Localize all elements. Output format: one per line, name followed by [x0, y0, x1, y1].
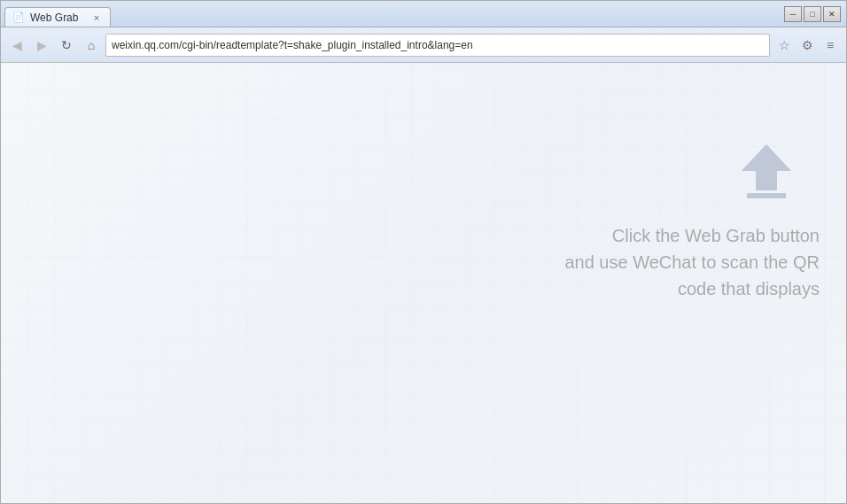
page-content: Click the Web Grab button and use WeChat… — [1, 63, 846, 503]
reload-button[interactable]: ↻ — [56, 35, 77, 56]
navigation-bar: ◀ ▶ ↻ ⌂ ☆ ⚙ ≡ — [1, 27, 846, 63]
address-bar[interactable] — [105, 34, 770, 57]
instruction-text: Click the Web Grab button and use WeChat… — [564, 222, 820, 302]
upload-arrow-icon — [740, 143, 793, 200]
back-button[interactable]: ◀ — [6, 35, 27, 56]
url-input[interactable] — [112, 39, 764, 51]
title-bar: 📄 Web Grab × ─ □ ✕ — [1, 1, 846, 27]
maximize-button[interactable]: □ — [804, 6, 821, 22]
browser-window: 📄 Web Grab × ─ □ ✕ ◀ ▶ ↻ ⌂ ☆ ⚙ ≡ — [0, 0, 847, 504]
bookmark-button[interactable]: ☆ — [773, 35, 795, 56]
tab-close-button[interactable]: × — [90, 12, 103, 24]
instruction-line-1: Click the Web Grab button — [564, 222, 820, 249]
extensions-button[interactable]: ⚙ — [796, 35, 818, 56]
window-controls: ─ □ ✕ — [779, 1, 846, 27]
close-button[interactable]: ✕ — [823, 6, 841, 22]
svg-rect-3 — [747, 193, 786, 198]
tab-icon: 📄 — [12, 12, 25, 23]
upload-icon-container — [740, 143, 793, 200]
nav-action-buttons: ☆ ⚙ ≡ — [773, 35, 841, 56]
minimize-button[interactable]: ─ — [784, 6, 802, 22]
browser-tab[interactable]: 📄 Web Grab × — [4, 7, 111, 27]
svg-marker-2 — [742, 144, 791, 190]
forward-button[interactable]: ▶ — [31, 35, 52, 56]
tab-area: 📄 Web Grab × — [1, 1, 779, 27]
instruction-line-2: and use WeChat to scan the QR — [564, 249, 820, 275]
menu-button[interactable]: ≡ — [820, 35, 841, 56]
tab-title: Web Grab — [30, 12, 85, 24]
home-button[interactable]: ⌂ — [81, 35, 102, 56]
instruction-line-3: code that displays — [564, 275, 820, 302]
